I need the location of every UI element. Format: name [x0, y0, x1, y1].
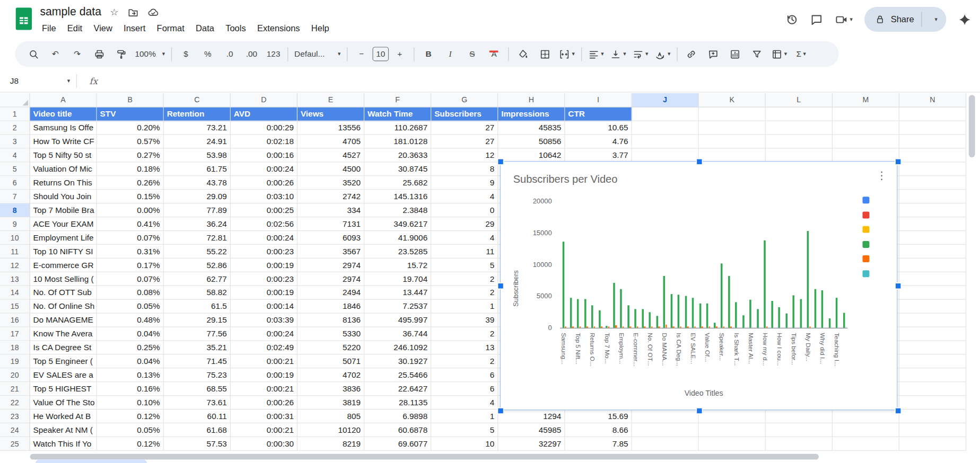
cell-D13[interactable]: 0:00:23 — [231, 272, 298, 286]
cell-C16[interactable]: 29.15 — [164, 314, 231, 327]
cell-D10[interactable]: 0:00:24 — [231, 231, 298, 245]
chart-resize-handle[interactable] — [697, 408, 702, 413]
cell-K25[interactable] — [699, 437, 766, 451]
cell-E6[interactable]: 3520 — [298, 176, 364, 190]
cell-C11[interactable]: 55.22 — [164, 245, 231, 259]
row-header-10[interactable]: 10 — [0, 231, 30, 245]
cell-A20[interactable]: EV SALES are a — [30, 368, 97, 382]
cell-H4[interactable]: 10642 — [498, 149, 565, 163]
row-header-17[interactable]: 17 — [0, 327, 30, 341]
cell-G13[interactable]: 2 — [431, 272, 498, 286]
bar[interactable] — [678, 295, 680, 327]
cell-B25[interactable]: 0.12% — [97, 437, 164, 451]
cell-I24[interactable]: 8.66 — [565, 423, 632, 437]
cell-D5[interactable]: 0:00:24 — [231, 162, 298, 176]
bar[interactable] — [821, 290, 824, 328]
cell-A14[interactable]: No. Of OTT Sub — [30, 286, 97, 300]
cell-D19[interactable]: 0:00:21 — [231, 354, 298, 368]
cell-A3[interactable]: How To Write CF — [30, 135, 97, 149]
cell-H3[interactable]: 50856 — [498, 135, 565, 149]
cell-J24[interactable] — [632, 423, 699, 437]
cell-B16[interactable]: 0.48% — [97, 314, 164, 327]
column-header-E[interactable]: E — [298, 93, 364, 108]
legend-swatch[interactable] — [862, 270, 869, 277]
cell-C15[interactable]: 61.5 — [164, 300, 231, 314]
cell-N17[interactable] — [899, 327, 966, 341]
row-header-4[interactable]: 4 — [0, 149, 30, 163]
font-size-input[interactable]: 10 — [372, 47, 389, 61]
row-header-8[interactable]: 8 — [0, 203, 30, 217]
star-icon[interactable]: ☆ — [110, 6, 119, 17]
cell-C7[interactable]: 29.09 — [164, 190, 231, 203]
cell-L4[interactable] — [766, 149, 833, 163]
cell-C3[interactable]: 24.91 — [164, 135, 231, 149]
bar-secondary[interactable] — [615, 326, 617, 328]
cell-D8[interactable]: 0:00:25 — [231, 203, 298, 217]
cell-N19[interactable] — [899, 354, 966, 368]
cell-B14[interactable]: 0.08% — [97, 286, 164, 300]
cell-E11[interactable]: 3567 — [298, 245, 364, 259]
column-header-I[interactable]: I — [565, 93, 632, 108]
cell-E21[interactable]: 3836 — [298, 382, 364, 396]
cell-D17[interactable]: 0:00:24 — [231, 327, 298, 341]
cell-N14[interactable] — [899, 286, 966, 300]
cell-C22[interactable]: 73.61 — [164, 396, 231, 409]
cell-D2[interactable]: 0:00:29 — [231, 121, 298, 135]
row-header-18[interactable]: 18 — [0, 341, 30, 355]
cell-G8[interactable]: 0 — [431, 203, 498, 217]
cell-C17[interactable]: 77.56 — [164, 327, 231, 341]
cell-G5[interactable]: 8 — [431, 162, 498, 176]
chart-resize-handle[interactable] — [498, 159, 503, 164]
cell-F8[interactable]: 2.3848 — [364, 203, 431, 217]
cell-G21[interactable]: 6 — [431, 382, 498, 396]
bar[interactable] — [685, 296, 687, 328]
menu-file[interactable]: File — [36, 21, 62, 35]
menu-data[interactable]: Data — [190, 21, 220, 35]
cell-M4[interactable] — [833, 149, 899, 163]
cell-G4[interactable]: 12 — [431, 149, 498, 163]
cell-F2[interactable]: 110.2687 — [364, 121, 431, 135]
row-header-14[interactable]: 14 — [0, 286, 30, 300]
cell-G18[interactable]: 13 — [431, 341, 498, 355]
cell-L1[interactable] — [766, 108, 833, 121]
cell-K3[interactable] — [699, 135, 766, 149]
cell-N25[interactable] — [899, 437, 966, 451]
cell-G20[interactable]: 6 — [431, 368, 498, 382]
row-header-1[interactable]: 1 — [0, 108, 30, 121]
cell-B11[interactable]: 0.31% — [97, 245, 164, 259]
cell-F5[interactable]: 30.8745 — [364, 162, 431, 176]
legend-swatch[interactable] — [862, 226, 869, 233]
cell-A5[interactable]: Valuation Of Mic — [30, 162, 97, 176]
cell-F7[interactable]: 145.1316 — [364, 190, 431, 203]
row-header-24[interactable]: 24 — [0, 423, 30, 437]
cloud-status-icon[interactable] — [147, 6, 159, 17]
row-header-13[interactable]: 13 — [0, 272, 30, 286]
version-history-icon[interactable] — [785, 13, 798, 26]
fill-color-button[interactable] — [512, 45, 533, 63]
cell-J25[interactable] — [632, 437, 699, 451]
chart-menu-button[interactable]: ⋮ — [872, 168, 890, 183]
cell-A13[interactable]: 10 Most Selling ( — [30, 272, 97, 286]
select-all-corner[interactable] — [0, 93, 30, 108]
bar[interactable] — [778, 307, 781, 327]
name-box[interactable]: J8 ▾ — [0, 76, 76, 86]
strikethrough-button[interactable]: S — [461, 45, 483, 63]
menu-format[interactable]: Format — [151, 21, 190, 35]
bar[interactable] — [599, 310, 601, 328]
cell-F22[interactable]: 28.1135 — [364, 396, 431, 409]
bar-secondary[interactable] — [565, 326, 566, 327]
cell-N11[interactable] — [899, 245, 966, 259]
column-header-H[interactable]: H — [498, 93, 565, 108]
cell-K1[interactable] — [699, 108, 766, 121]
bar[interactable] — [843, 313, 845, 328]
cell-C5[interactable]: 61.75 — [164, 162, 231, 176]
bar[interactable] — [728, 275, 730, 327]
cell-A2[interactable]: Samsung Is Offe — [30, 121, 97, 135]
bar[interactable] — [829, 318, 831, 328]
cell-I4[interactable]: 3.77 — [565, 149, 632, 163]
font-family-select[interactable]: Defaul...▾ — [291, 45, 344, 63]
cell-N5[interactable] — [899, 162, 966, 176]
cell-C23[interactable]: 60.11 — [164, 409, 231, 423]
bar-secondary[interactable] — [644, 326, 645, 327]
column-header-C[interactable]: C — [164, 93, 231, 108]
